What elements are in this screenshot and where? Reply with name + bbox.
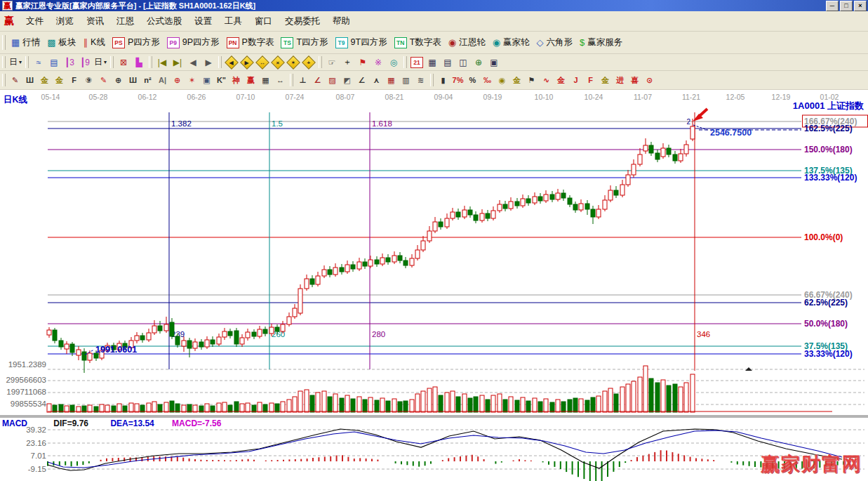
first-page-button[interactable]: |◀ bbox=[155, 55, 169, 69]
draw-tool-32-button[interactable]: % bbox=[466, 73, 479, 87]
dm-left-button[interactable]: ◀ bbox=[225, 55, 239, 70]
draw-tool-3-button[interactable]: 金 bbox=[53, 73, 66, 87]
candle-style-button[interactable]: 日▾ bbox=[8, 55, 22, 69]
next-button[interactable]: ▶ bbox=[201, 55, 215, 69]
pattern-button[interactable]: ≈ bbox=[32, 55, 46, 69]
gann-wheel-button[interactable]: ◉江恩轮 bbox=[445, 36, 489, 49]
macd-panel-label[interactable]: MACD bbox=[2, 419, 27, 428]
winner-service-button[interactable]: $赢家服务 bbox=[576, 36, 626, 49]
calendar-21-button[interactable]: 21 bbox=[410, 55, 424, 69]
draw-tool-36-button[interactable]: ⚑ bbox=[525, 73, 538, 87]
dm-close-button[interactable]: × bbox=[271, 55, 285, 70]
draw-tool-10-button[interactable]: A| bbox=[156, 73, 169, 87]
menu-item-公式选股[interactable]: 公式选股 bbox=[140, 15, 188, 27]
draw-tool-26-button[interactable]: ▦ bbox=[385, 73, 398, 87]
draw-tool-44-button[interactable]: ⊙ bbox=[643, 73, 656, 87]
draw-tool-40-button[interactable]: F bbox=[584, 73, 597, 87]
draw-tool-39-button[interactable]: J bbox=[569, 73, 582, 87]
draw-tool-28-button[interactable]: ≋ bbox=[414, 73, 427, 87]
crosshair-button[interactable]: ＋ bbox=[340, 55, 354, 69]
draw-tool-30-button[interactable]: ▮ bbox=[436, 73, 450, 87]
menu-item-工具[interactable]: 工具 bbox=[218, 15, 248, 27]
draw-tool-25-button[interactable]: ⋏ bbox=[370, 73, 383, 87]
bars-3-button[interactable]: ┃3 bbox=[62, 55, 76, 69]
calculator-button[interactable]: ▦ bbox=[425, 55, 439, 69]
p-square-button[interactable]: PSP四方形 bbox=[109, 36, 163, 49]
hand-button[interactable]: ☞ bbox=[325, 55, 339, 69]
volume-profile-button[interactable]: ▙ bbox=[132, 55, 146, 69]
menu-item-帮助[interactable]: 帮助 bbox=[326, 15, 356, 27]
draw-tool-12-button[interactable]: ✶ bbox=[185, 73, 199, 87]
draw-tool-35-button[interactable]: 金 bbox=[510, 73, 523, 87]
draw-tool-16-button[interactable]: 赢 bbox=[244, 73, 258, 87]
draw-tool-4-button[interactable]: F bbox=[67, 73, 81, 87]
network-button[interactable]: ⊕ bbox=[472, 55, 486, 69]
notes-button[interactable]: ▤ bbox=[47, 55, 61, 69]
sectors-button[interactable]: ▩板块 bbox=[44, 36, 79, 49]
menu-item-设置[interactable]: 设置 bbox=[188, 15, 218, 27]
last-page-button[interactable]: ▶| bbox=[171, 55, 185, 69]
draw-tool-6-button[interactable]: ✎ bbox=[97, 73, 110, 87]
draw-tool-27-button[interactable]: ▥ bbox=[399, 73, 413, 87]
draw-tool-38-button[interactable]: 金 bbox=[554, 73, 568, 87]
draw-tool-11-button[interactable]: ⊕ bbox=[171, 73, 184, 87]
draw-tool-1-button[interactable]: Ш bbox=[23, 73, 36, 87]
draw-tool-15-button[interactable]: 神 bbox=[229, 73, 243, 87]
draw-tool-34-button[interactable]: ◉ bbox=[495, 73, 509, 87]
draw-tool-20-button[interactable]: ⊥ bbox=[296, 73, 309, 87]
draw-tool-24-button[interactable]: ∠ bbox=[355, 73, 368, 87]
menu-item-文件[interactable]: 文件 bbox=[20, 15, 50, 27]
prev-button[interactable]: ◀ bbox=[186, 55, 200, 69]
9p-square-button[interactable]: P99P四方形 bbox=[163, 36, 223, 49]
draw-tool-23-button[interactable]: ◩ bbox=[340, 73, 354, 87]
restore-button[interactable]: □ bbox=[840, 1, 853, 11]
close-button[interactable]: × bbox=[854, 1, 867, 11]
draw-tool-43-button[interactable]: 喜 bbox=[628, 73, 641, 87]
draw-tool-37-button[interactable]: ∿ bbox=[540, 73, 553, 87]
9t-square-button[interactable]: T99T四方形 bbox=[332, 36, 391, 49]
draw-tool-17-button[interactable]: ▦ bbox=[259, 73, 272, 87]
draw-tool-41-button[interactable]: 金 bbox=[599, 73, 612, 87]
p-number-button[interactable]: PNP数字表 bbox=[223, 36, 278, 49]
kline-button[interactable]: ∥K线 bbox=[80, 36, 109, 49]
brain-button[interactable]: ◎ bbox=[387, 55, 401, 69]
draw-tool-14-button[interactable]: K" bbox=[215, 73, 228, 87]
draw-tool-31-button[interactable]: 7% bbox=[451, 73, 465, 87]
dm-cross-button[interactable]: + bbox=[302, 55, 316, 70]
menu-item-浏览[interactable]: 浏览 bbox=[50, 15, 80, 27]
notepad-button[interactable]: ▤ bbox=[441, 55, 455, 69]
menu-item-江恩[interactable]: 江恩 bbox=[110, 15, 140, 27]
flag-button[interactable]: ⚑ bbox=[356, 55, 370, 69]
draw-tool-22-button[interactable]: ▨ bbox=[326, 73, 339, 87]
dm-expand-button[interactable]: ↔ bbox=[255, 55, 269, 70]
draw-tool-9-button[interactable]: n² bbox=[141, 73, 154, 87]
t-square-button[interactable]: TST四方形 bbox=[277, 36, 331, 49]
draw-tool-13-button[interactable]: ▣ bbox=[200, 73, 213, 87]
menu-item-资讯[interactable]: 资讯 bbox=[80, 15, 110, 27]
draw-tool-5-button[interactable]: ⑨ bbox=[82, 73, 95, 87]
t-number-button[interactable]: TNT数字表 bbox=[391, 36, 445, 49]
draw-tool-42-button[interactable]: 进 bbox=[613, 73, 627, 87]
menu-item-窗口[interactable]: 窗口 bbox=[248, 15, 279, 27]
print-button[interactable]: ▣ bbox=[487, 55, 501, 69]
seal-button[interactable]: ⊠ bbox=[116, 55, 131, 69]
draw-tool-21-button[interactable]: ∠ bbox=[311, 73, 324, 87]
minimize-button[interactable]: ─ bbox=[826, 1, 839, 11]
save-button[interactable]: ◫ bbox=[456, 55, 470, 69]
draw-tool-33-button[interactable]: ‰ bbox=[481, 73, 494, 87]
flower-button[interactable]: ※ bbox=[371, 55, 385, 69]
draw-tool-18-button[interactable]: ↔ bbox=[274, 73, 287, 87]
draw-tool-7-button[interactable]: ⊕ bbox=[112, 73, 125, 87]
dm-right-button[interactable]: ▶ bbox=[240, 55, 254, 70]
draw-tool-0-button[interactable]: ✎ bbox=[8, 73, 22, 87]
bars-9-button[interactable]: ┃9 bbox=[78, 55, 92, 69]
quotes-button[interactable]: ▦行情 bbox=[8, 36, 44, 49]
draw-tool-2-button[interactable]: 金 bbox=[38, 73, 51, 87]
dm-star-button[interactable]: ✶ bbox=[286, 55, 300, 70]
draw-tool-8-button[interactable]: Ш bbox=[126, 73, 140, 87]
winner-wheel-button[interactable]: ◉赢家轮 bbox=[489, 36, 533, 49]
tools-toolbar: 日▾≈▤┃3┃9日▾⊠▙|◀▶|◀▶◀▶↔×✶+☞＋⚑※◎21▦▤◫⊕▣ bbox=[0, 54, 868, 71]
candle-type-button[interactable]: 日▾ bbox=[93, 55, 107, 69]
hexagon-button[interactable]: ◇六角形 bbox=[533, 36, 576, 49]
menu-item-交易委托[interactable]: 交易委托 bbox=[279, 15, 326, 27]
